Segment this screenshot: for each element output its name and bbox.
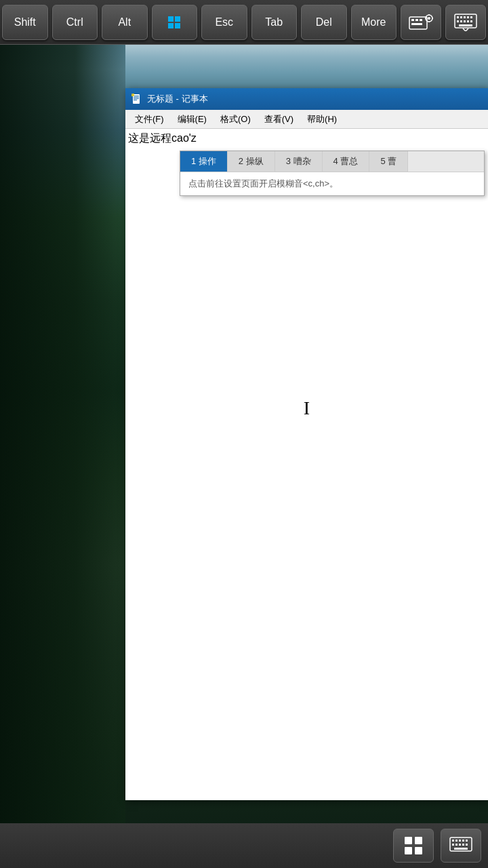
suggestion-tab-1[interactable]: 1 操作 [180, 151, 228, 172]
notepad-text-content: 这是远程cao'z [128, 132, 197, 146]
shift-key[interactable]: Shift [2, 5, 48, 40]
svg-rect-2 [168, 23, 174, 28]
svg-rect-45 [455, 844, 458, 846]
svg-rect-31 [134, 100, 137, 100]
svg-rect-41 [459, 840, 461, 842]
grid-apps-button[interactable] [393, 829, 434, 863]
keyboard-settings-button[interactable] [401, 5, 441, 40]
svg-rect-37 [415, 847, 422, 854]
suggestion-tab-2[interactable]: 2 操纵 [228, 151, 275, 172]
svg-rect-46 [459, 844, 461, 846]
suggestion-hint-text[interactable]: 点击前往设置页面开启模糊音<c,ch>。 [180, 172, 484, 195]
svg-rect-7 [420, 19, 422, 21]
svg-rect-22 [460, 20, 462, 22]
svg-rect-21 [457, 20, 459, 22]
suggestion-tab-4[interactable]: 4 曹总 [323, 151, 370, 172]
svg-rect-23 [464, 20, 466, 22]
trees-decoration [0, 41, 125, 854]
svg-rect-30 [134, 98, 139, 99]
svg-rect-18 [464, 16, 466, 18]
svg-rect-34 [405, 837, 412, 844]
keyboard-toolbar: Shift Ctrl Alt Esc Tab Del More [0, 0, 488, 45]
svg-rect-20 [470, 16, 472, 18]
mountain-decoration [125, 41, 488, 95]
menu-edit[interactable]: 编辑(E) [171, 112, 214, 127]
notepad-menubar: 文件(F) 编辑(E) 格式(O) 查看(V) 帮助(H) [125, 110, 488, 129]
tab-key[interactable]: Tab [251, 5, 298, 40]
svg-rect-47 [462, 844, 464, 846]
suggestion-tab-5[interactable]: 5 曹 [369, 151, 408, 172]
menu-view[interactable]: 查看(V) [258, 112, 300, 127]
svg-rect-6 [415, 19, 418, 21]
svg-rect-8 [411, 23, 422, 25]
svg-rect-26 [459, 24, 472, 26]
svg-rect-25 [470, 20, 472, 22]
svg-rect-0 [168, 16, 174, 22]
svg-rect-17 [460, 16, 462, 18]
svg-rect-44 [452, 844, 454, 846]
svg-rect-36 [405, 847, 412, 854]
svg-rect-49 [454, 848, 468, 850]
notepad-app-icon [131, 93, 143, 105]
ime-suggestion-popup: 1 操作 2 操纵 3 嘈杂 4 曹总 5 曹 点击前往设置页面开启模糊音<c,… [180, 151, 485, 196]
svg-rect-39 [452, 840, 454, 842]
svg-rect-24 [467, 20, 469, 22]
notepad-content-area[interactable]: 1 操作 2 操纵 3 嘈杂 4 曹总 5 曹 点击前往设置页面开启模糊音<c,… [125, 129, 488, 800]
keyboard-toggle-button[interactable] [441, 829, 481, 863]
del-key[interactable]: Del [301, 5, 347, 40]
suggestion-tab-3[interactable]: 3 嘈杂 [275, 151, 323, 172]
win-key[interactable] [152, 5, 198, 40]
bottom-toolbar [0, 823, 488, 868]
ctrl-key[interactable]: Ctrl [52, 5, 98, 40]
alt-key[interactable]: Alt [102, 5, 148, 40]
svg-rect-40 [455, 840, 458, 842]
svg-rect-35 [415, 837, 422, 844]
esc-key[interactable]: Esc [201, 5, 247, 40]
svg-rect-48 [466, 844, 468, 846]
notepad-titlebar: 无标题 - 记事本 [125, 88, 488, 110]
svg-rect-3 [175, 23, 180, 28]
svg-rect-42 [462, 840, 464, 842]
menu-help[interactable]: 帮助(H) [300, 112, 344, 127]
svg-rect-43 [466, 840, 468, 842]
notepad-title: 无标题 - 记事本 [147, 93, 483, 105]
svg-rect-28 [134, 96, 139, 96]
svg-rect-29 [134, 97, 139, 98]
menu-format[interactable]: 格式(O) [214, 112, 258, 127]
text-cursor-indicator: I [304, 397, 310, 419]
svg-rect-1 [175, 16, 180, 22]
more-key[interactable]: More [351, 5, 397, 40]
menu-file[interactable]: 文件(F) [128, 112, 171, 127]
svg-point-10 [428, 17, 430, 20]
svg-rect-5 [411, 19, 414, 21]
keyboard-hide-button[interactable] [445, 5, 486, 40]
notepad-window: 无标题 - 记事本 文件(F) 编辑(E) 格式(O) 查看(V) 帮助(H) … [125, 88, 488, 800]
svg-rect-19 [467, 16, 469, 18]
suggestion-tabs: 1 操作 2 操纵 3 嘈杂 4 曹总 5 曹 [180, 151, 484, 172]
svg-rect-16 [457, 16, 459, 18]
